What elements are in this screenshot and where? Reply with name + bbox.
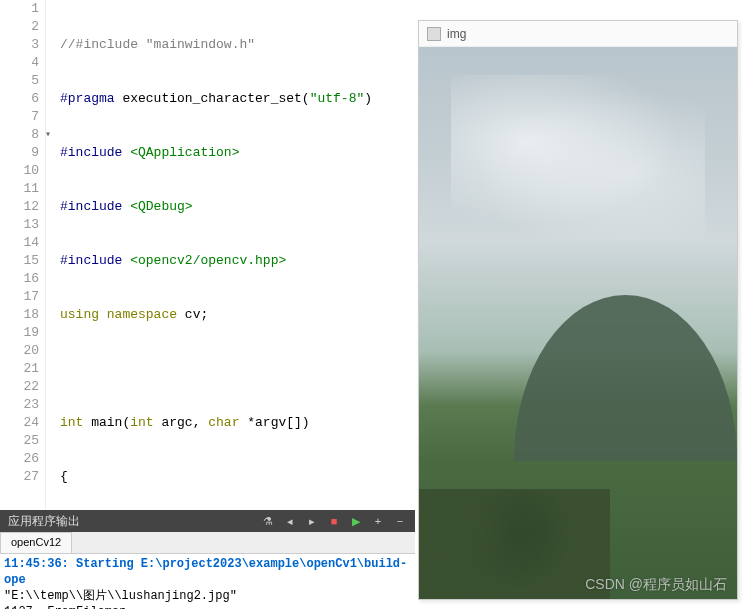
remove-icon[interactable]: −: [391, 513, 409, 529]
next-icon[interactable]: ▸: [303, 513, 321, 529]
code-area[interactable]: //#include "mainwindow.h" #pragma execut…: [46, 0, 415, 510]
filter-icon[interactable]: ⚗: [259, 513, 277, 529]
image-titlebar[interactable]: img: [419, 21, 737, 47]
image-content: CSDN @程序员如山石: [419, 47, 737, 599]
window-title: img: [447, 27, 466, 41]
image-window[interactable]: img CSDN @程序员如山石: [418, 20, 738, 600]
console-output[interactable]: 11:45:36: Starting E:\project2023\exampl…: [0, 554, 415, 609]
watermark-text: CSDN @程序员如山石: [585, 576, 727, 594]
code-editor[interactable]: 1234567891011121314151617181920212223242…: [0, 0, 415, 510]
app-icon: [427, 27, 441, 41]
console-line: 1127, FromFilemap: [4, 604, 411, 609]
prev-icon[interactable]: ◂: [281, 513, 299, 529]
output-tab[interactable]: openCv12: [0, 532, 72, 553]
run-icon[interactable]: ▶: [347, 513, 365, 529]
output-panel-label: 应用程序输出: [0, 513, 88, 530]
console-timestamp: 11:45:36:: [4, 557, 69, 571]
line-gutter: 1234567891011121314151617181920212223242…: [0, 0, 46, 510]
console-line: "E:\\temp\\图片\\lushanjing2.jpg": [4, 588, 411, 604]
output-tabs: openCv12: [0, 532, 415, 554]
stop-icon[interactable]: ■: [325, 513, 343, 529]
output-panel-header: 应用程序输出 ⚗ ◂ ▸ ■ ▶ + −: [0, 510, 415, 532]
add-icon[interactable]: +: [369, 513, 387, 529]
